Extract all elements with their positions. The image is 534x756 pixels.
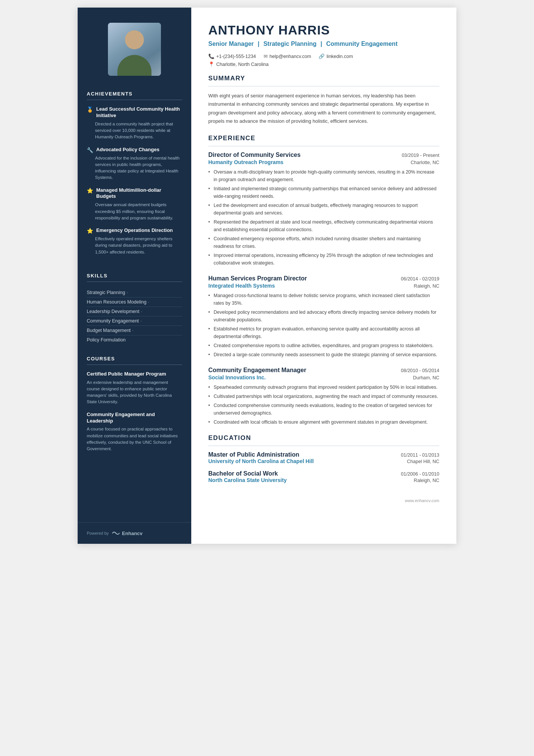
location-icon: 📍 xyxy=(208,61,214,67)
avatar xyxy=(108,23,161,76)
skill-item: Leadership Development xyxy=(87,307,182,316)
achievement-icon: 🏅 xyxy=(87,106,93,113)
exp-header: Director of Community Services 03/2019 -… xyxy=(208,152,439,158)
experience-section: EXPERIENCE Director of Community Service… xyxy=(208,135,439,426)
summary-section: SUMMARY With eight years of senior manag… xyxy=(208,75,439,125)
subtitle-part: Strategic Planning xyxy=(263,41,316,47)
courses-list: Certified Public Manager Program An exte… xyxy=(87,371,182,452)
location-item: 📍 Charlotte, North Carolina xyxy=(208,61,439,67)
edu-location: Chapel Hill, NC xyxy=(407,459,439,464)
course-item: Certified Public Manager Program An exte… xyxy=(87,371,182,405)
edu-location: Raleigh, NC xyxy=(414,478,439,483)
candidate-name: ANTHONY HARRIS xyxy=(208,23,439,38)
experience-bullet: Initiated and implemented strategic comm… xyxy=(208,185,439,200)
achievement-item: 🏅 Lead Successful Community Health Initi… xyxy=(87,106,182,141)
achievement-icon: ⭐ xyxy=(87,228,93,234)
course-desc: A course focused on practical approaches… xyxy=(87,426,182,452)
header: ANTHONY HARRIS Senior Manager | Strategi… xyxy=(208,23,439,67)
exp-title: Director of Community Services xyxy=(208,152,301,158)
experience-bullet: Spearheaded community outreach programs … xyxy=(208,383,439,391)
summary-text: With eight years of senior management ex… xyxy=(208,92,439,125)
linkedin-icon: 🔗 xyxy=(319,53,325,59)
achievements-list: 🏅 Lead Successful Community Health Initi… xyxy=(87,106,182,255)
summary-title: SUMMARY xyxy=(208,75,439,82)
skill-item: Community Engagement xyxy=(87,316,182,326)
experience-bullet: Created comprehensive reports to outline… xyxy=(208,342,439,349)
email-icon: ✉ xyxy=(264,53,268,59)
edu-subheader: University of North Carolina at Chapel H… xyxy=(208,458,439,464)
education-list: Master of Public Administration 01/2011 … xyxy=(208,451,439,483)
achievements-title: ACHIEVEMENTS xyxy=(87,91,182,100)
course-item: Community Engagement and Leadership A co… xyxy=(87,412,182,452)
exp-location: Charlotte, NC xyxy=(411,160,439,165)
subtitle-part: Senior Manager xyxy=(208,41,254,47)
edu-school: North Carolina State University xyxy=(208,477,287,483)
skills-list: Strategic PlanningHuman Resources Modeli… xyxy=(87,288,182,344)
email-item: ✉ help@enhancv.com xyxy=(264,53,311,59)
achievement-desc: Oversaw annual department budgets exceed… xyxy=(87,202,182,221)
experience-item: Human Services Program Director 06/2014 … xyxy=(208,275,439,358)
edu-header: Master of Public Administration 01/2011 … xyxy=(208,451,439,458)
experience-bullet: Coordinated with local officials to ensu… xyxy=(208,418,439,426)
education-title: EDUCATION xyxy=(208,434,439,442)
experience-bullet: Represented the department at state and … xyxy=(208,218,439,233)
phone-value: +1-(234)-555-1234 xyxy=(216,54,256,59)
subtitle-separator: | xyxy=(319,41,324,47)
main-content: ANTHONY HARRIS Senior Manager | Strategi… xyxy=(191,8,456,544)
exp-title: Community Engagement Manager xyxy=(208,367,306,374)
achievement-header: ⭐ Emergency Operations Direction xyxy=(87,227,182,234)
subtitle-part: Community Engagement xyxy=(326,41,397,47)
sidebar: ACHIEVEMENTS 🏅 Lead Successful Community… xyxy=(78,8,191,544)
achievement-item: 🔧 Advocated Policy Changes Advocated for… xyxy=(87,147,182,181)
education-section: EDUCATION Master of Public Administratio… xyxy=(208,434,439,483)
course-title: Community Engagement and Leadership xyxy=(87,412,182,424)
exp-bullets: Spearheaded community outreach programs … xyxy=(208,383,439,426)
sidebar-footer: Powered by Enhancv xyxy=(78,522,191,544)
achievement-title: Advocated Policy Changes xyxy=(96,147,159,153)
edu-date: 01/2011 - 01/2013 xyxy=(401,452,439,458)
resume-document: ACHIEVEMENTS 🏅 Lead Successful Community… xyxy=(78,8,456,544)
skills-title: SKILLS xyxy=(87,273,182,282)
education-item: Bachelor of Social Work 01/2006 - 01/201… xyxy=(208,470,439,483)
achievement-title: Lead Successful Community Health Initiat… xyxy=(96,106,182,119)
achievement-desc: Advocated for the inclusion of mental he… xyxy=(87,155,182,181)
experience-bullet: Managed cross-functional teams to delive… xyxy=(208,292,439,307)
experience-title: EXPERIENCE xyxy=(208,135,439,142)
skill-item: Budget Management xyxy=(87,326,182,335)
achievement-title: Managed Multimillion-dollar Budgets xyxy=(96,187,182,200)
exp-location: Raleigh, NC xyxy=(414,283,439,289)
achievement-header: 🔧 Advocated Policy Changes xyxy=(87,147,182,153)
exp-date: 08/2010 - 05/2014 xyxy=(401,368,439,373)
experience-item: Director of Community Services 03/2019 -… xyxy=(208,152,439,267)
exp-subheader: Integrated Health Systems Raleigh, NC xyxy=(208,283,439,289)
exp-bullets: Oversaw a multi-disciplinary team to pro… xyxy=(208,168,439,267)
linkedin-item: 🔗 linkedin.com xyxy=(319,53,353,59)
edu-date: 01/2006 - 01/2010 xyxy=(401,471,439,477)
exp-org: Social Innovations Inc. xyxy=(208,374,266,380)
courses-section: COURSES Certified Public Manager Program… xyxy=(78,352,191,466)
enhancv-text: Enhancv xyxy=(122,531,142,536)
avatar-container xyxy=(78,8,191,87)
achievement-desc: Directed a community health project that… xyxy=(87,121,182,141)
main-footer: www.enhancv.com xyxy=(208,495,439,503)
exp-date: 06/2014 - 02/2019 xyxy=(401,276,439,282)
experience-list: Director of Community Services 03/2019 -… xyxy=(208,152,439,426)
course-desc: An extensive leadership and management c… xyxy=(87,379,182,405)
phone-icon: 📞 xyxy=(208,53,214,59)
summary-divider xyxy=(208,86,439,86)
achievement-icon: 🔧 xyxy=(87,147,93,153)
achievement-header: 🏅 Lead Successful Community Health Initi… xyxy=(87,106,182,119)
candidate-subtitle: Senior Manager | Strategic Planning | Co… xyxy=(208,40,439,48)
achievement-item: ⭐ Managed Multimillion-dollar Budgets Ov… xyxy=(87,187,182,222)
exp-org: Humanity Outreach Programs xyxy=(208,159,283,165)
edu-school: University of North Carolina at Chapel H… xyxy=(208,458,314,464)
skill-item: Policy Formulation xyxy=(87,335,182,344)
exp-bullets: Managed cross-functional teams to delive… xyxy=(208,292,439,358)
footer-url: www.enhancv.com xyxy=(405,498,439,503)
edu-subheader: North Carolina State University Raleigh,… xyxy=(208,477,439,483)
exp-subheader: Social Innovations Inc. Durham, NC xyxy=(208,374,439,380)
enhancv-icon xyxy=(112,530,120,536)
exp-subheader: Humanity Outreach Programs Charlotte, NC xyxy=(208,159,439,165)
skills-section: SKILLS Strategic PlanningHuman Resources… xyxy=(78,269,191,352)
experience-bullet: Improved internal operations, increasing… xyxy=(208,252,439,267)
